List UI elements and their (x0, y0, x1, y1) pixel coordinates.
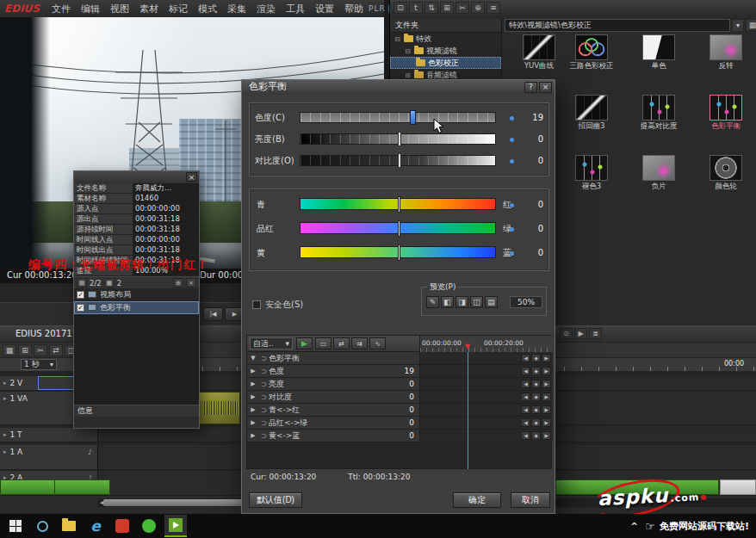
prev-key-icon[interactable]: ◀ (521, 405, 530, 414)
tray-expand-icon[interactable]: ^ (630, 521, 638, 532)
menu-settings[interactable]: 设置 (310, 3, 339, 15)
grid-tool-icon[interactable]: ▦ (3, 344, 16, 356)
menu-help[interactable]: 帮助 (339, 3, 369, 15)
prev-key-icon[interactable]: ◀ (521, 380, 530, 388)
keyframe-toggle-icon[interactable]: ⊃ (259, 393, 269, 401)
red-app-icon[interactable] (111, 515, 133, 537)
search-icon[interactable] (31, 515, 53, 537)
track-expander-icon[interactable]: ▸ (3, 448, 7, 455)
default-button[interactable]: 默认值(D) (249, 492, 302, 508)
keyframe-toggle-icon[interactable]: ⊃ (259, 355, 269, 362)
split-left-icon[interactable]: ◧ (441, 296, 454, 308)
audio-icon[interactable]: ♪ (88, 448, 92, 456)
menu-render[interactable]: 渲染 (251, 3, 281, 15)
add-key-icon[interactable]: ◆ (531, 431, 541, 440)
tree-item-effects-root[interactable]: ⊟ 特效 (390, 33, 501, 45)
menu-marker[interactable]: 标记 (164, 3, 193, 15)
white-clip[interactable] (720, 479, 756, 495)
expander-icon[interactable]: ▶ (247, 393, 259, 400)
browser-icon[interactable]: e (84, 515, 107, 537)
kf-lane[interactable]: ◀◆▶ (419, 404, 553, 416)
pages-icon[interactable]: ▦ (104, 278, 115, 288)
expander-icon[interactable]: ▶ (247, 419, 259, 426)
keyframe-play-button[interactable]: ▶ (296, 337, 313, 349)
menu-view[interactable]: 视图 (105, 3, 134, 15)
kf-lane[interactable]: ◀◆▶ (419, 365, 553, 377)
track-expander-icon[interactable]: ▸ (3, 395, 7, 402)
popup-titlebar[interactable]: × (74, 171, 199, 183)
play-icon[interactable]: ▶ (574, 328, 587, 339)
prev-key-icon[interactable]: ◀ (521, 418, 530, 427)
slider-handle[interactable] (398, 196, 400, 213)
step-back-button[interactable]: |◀ (203, 307, 223, 321)
effect-thumbnail[interactable] (575, 95, 608, 121)
kf-lane[interactable]: ◀◆▶ (419, 352, 553, 364)
menu-mode[interactable]: 模式 (193, 3, 222, 15)
kf-row-color-balance[interactable]: ▼⊃色彩平衡 ◀◆▶ (247, 352, 551, 365)
effect-thumbnail[interactable] (575, 34, 608, 60)
preview-zoom-select[interactable]: 50% (510, 296, 542, 308)
tree-item-video-filters[interactable]: ⊟ 视频滤镜 (390, 45, 501, 57)
effect-thumbnail[interactable] (642, 34, 675, 60)
effect-invert[interactable]: 反转 (694, 34, 756, 70)
add-key-icon[interactable]: ◆ (531, 380, 541, 388)
list-icon[interactable]: ≡ (486, 2, 500, 14)
breadcrumb-dropdown-icon[interactable]: ▾ (732, 19, 744, 32)
tree-item-color-correction[interactable]: 色彩校正 (390, 57, 501, 69)
track-expander-icon[interactable]: ▸ (3, 431, 7, 438)
safe-color-checkbox[interactable] (252, 300, 261, 309)
yellow-blue-slider[interactable] (300, 246, 496, 258)
add-key-icon[interactable]: ◆ (531, 393, 541, 401)
kf-row-cyan-red[interactable]: ▶⊃青<->红0 ◀◆▶ (247, 404, 551, 417)
breadcrumb[interactable]: 特效\视频滤镜\色彩校正 (505, 19, 730, 32)
menu-edit[interactable]: 编辑 (76, 3, 105, 15)
menu-capture[interactable]: 采集 (222, 3, 251, 15)
add-key-icon[interactable]: ◆ (531, 418, 541, 427)
menu-file[interactable]: 文件 (46, 3, 76, 15)
effect-color-wheel[interactable]: 颜色轮 (694, 155, 756, 190)
contrast-slider[interactable] (300, 155, 496, 166)
add-key-icon[interactable]: ◆ (531, 367, 541, 375)
effect-raise-contrast[interactable]: 提高对比度 (627, 95, 691, 130)
tree-expand-icon[interactable]: ⊞ (404, 71, 412, 79)
next-key-icon[interactable]: ▶ (542, 380, 551, 388)
effect-color-balance[interactable]: 色彩平衡 (694, 95, 756, 130)
next-key-icon[interactable]: ▶ (542, 367, 551, 375)
kf-lane[interactable]: ◀◆▶ (419, 417, 553, 429)
checkbox-checked[interactable]: ✓ (77, 304, 84, 312)
effect-thumbnail[interactable] (523, 34, 555, 60)
menu-tools[interactable]: 工具 (281, 3, 310, 15)
effect-thumbnail[interactable] (710, 34, 742, 60)
expander-icon[interactable]: ▶ (247, 406, 259, 413)
cyan-red-slider[interactable] (300, 198, 496, 210)
expander-icon[interactable]: ▼ (247, 355, 259, 362)
kf-row-chroma[interactable]: ▶⊃色度19 ◀◆▶ (247, 365, 551, 378)
effect-monochrome[interactable]: 单色 (627, 34, 691, 70)
remove-filter-icon[interactable]: × (186, 278, 196, 288)
insert-tool-icon[interactable]: ⊞ (18, 344, 32, 356)
effect-3way-color-correction[interactable]: 三路色彩校正 (560, 34, 623, 70)
playhead-marker[interactable]: ▼ (465, 343, 470, 350)
close-icon[interactable]: × (186, 172, 197, 182)
magenta-green-slider[interactable] (300, 222, 496, 234)
download-site-banner[interactable]: ☞ 免费网站源码下载站! (645, 520, 749, 533)
file-explorer-icon[interactable] (58, 515, 80, 537)
keyframe-toggle-icon[interactable]: ⊃ (259, 380, 269, 388)
next-key-icon[interactable]: ▶ (542, 431, 551, 440)
curve-icon[interactable]: ∿ (369, 337, 386, 349)
effect-thumbnail[interactable] (710, 155, 742, 181)
chroma-slider[interactable] (300, 112, 496, 123)
slider-handle[interactable] (398, 244, 400, 261)
effect-negative[interactable]: 负片 (627, 155, 691, 190)
slider-handle[interactable] (398, 220, 400, 237)
add-icon[interactable]: ⊕ (471, 2, 485, 14)
grid-icon[interactable]: ⊞ (440, 2, 454, 14)
filter-row-color-balance[interactable]: ✓ 色彩平衡 (74, 301, 199, 314)
keyframe-toggle-icon[interactable]: ⊃ (259, 406, 269, 414)
next-key-icon[interactable]: ▶ (542, 393, 551, 401)
dock-icon[interactable]: ⊡ (393, 2, 407, 14)
menu-clip[interactable]: 素材 (134, 3, 164, 15)
keyframe-ruler[interactable]: 00:00:00:00 00:00:20:00 ▼ (419, 336, 553, 352)
slider-handle[interactable] (398, 153, 401, 168)
next-key-icon[interactable]: ▶ (542, 418, 551, 427)
